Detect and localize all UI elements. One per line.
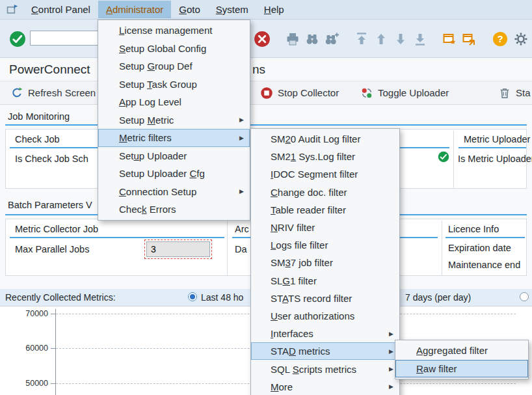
menu-item-label: Help — [264, 4, 284, 15]
menubar-item-control-panel[interactable]: Control Panel — [23, 1, 98, 18]
menu-item-user-authorizations[interactable]: User authorizations — [251, 307, 399, 325]
column-header-underline — [10, 237, 224, 238]
menubar-item-administrator[interactable]: Administrator — [98, 1, 171, 18]
submenu-arrow-icon: ▶ — [239, 188, 244, 195]
help-icon[interactable]: ? — [492, 31, 509, 48]
refresh-icon — [10, 87, 23, 100]
administrator-menu: License managementSetup Global ConfigSet… — [98, 20, 250, 221]
menu-item-sm20-audit-log-filter[interactable]: SM20 Audit Log filter — [251, 130, 399, 148]
control-panel-menu-icon[interactable] — [5, 3, 20, 17]
y-axis-tick — [51, 348, 55, 349]
menu-item-connection-setup[interactable]: Connection Setup▶ — [98, 183, 250, 201]
menu-bar-items: Control PanelAdministratorGotoSystemHelp — [23, 1, 292, 18]
menu-item-aggregated-filter[interactable]: Aggregated filter — [395, 342, 528, 360]
menu-item-label: STATS record filter — [271, 293, 352, 304]
max-parallel-jobs-label: Max Parallel Jobs — [15, 244, 89, 254]
stop-collector-button[interactable]: Stop Collector — [260, 81, 339, 104]
submenu-arrow-icon: ▶ — [239, 135, 244, 141]
third-option-radio[interactable] — [520, 292, 529, 301]
find-next-icon[interactable] — [323, 31, 340, 48]
chart-y-axis — [55, 309, 56, 395]
menu-item-sm37-job-filter[interactable]: SM37 job filter — [251, 254, 399, 271]
archive-column-header: Arc — [235, 224, 249, 234]
last-48-hours-label[interactable]: Last 48 ho — [201, 292, 243, 303]
metric-collector-job-header: Metric Collector Job — [15, 224, 98, 234]
max-parallel-jobs-input[interactable] — [146, 241, 210, 257]
menu-item-metric-filters[interactable]: Metric filters▶ — [98, 129, 250, 147]
menu-bar: Control PanelAdministratorGotoSystemHelp — [0, 0, 532, 20]
menu-item-setup-group-def[interactable]: Setup Group Def — [98, 57, 250, 75]
delete-button[interactable]: Sta — [498, 81, 531, 104]
seven-days-label[interactable]: 7 days (per day) — [405, 292, 471, 303]
menu-item-label: System — [216, 4, 248, 15]
menu-item-label: User authorizations — [271, 310, 354, 321]
menu-item-license-management[interactable]: License management — [98, 21, 250, 40]
menu-item-label: Check Errors — [119, 204, 176, 215]
trash-icon — [498, 87, 511, 100]
job-monitoring-section-title: Job Monitoring — [8, 111, 70, 122]
enter-icon[interactable] — [9, 31, 26, 48]
is-check-job-scheduled-row[interactable]: Is Check Job Sch — [15, 154, 88, 164]
menu-item-logs-file-filter[interactable]: Logs file filter — [251, 236, 399, 254]
section-underline — [5, 124, 527, 126]
menu-item-more[interactable]: More▶ — [251, 378, 399, 395]
menubar-item-goto[interactable]: Goto — [171, 1, 208, 18]
menu-item-nriv-filter[interactable]: NRIV filter — [251, 219, 399, 236]
cancel-icon[interactable] — [254, 31, 271, 48]
menu-item-label: SM37 job filter — [271, 257, 333, 268]
menu-item-label: STAD metrics — [271, 346, 330, 357]
menu-item-setup-global-config[interactable]: Setup Global Config — [98, 40, 250, 58]
menu-item-raw-filter[interactable]: Raw filter — [395, 360, 528, 378]
page-title-fragment: ns — [252, 62, 265, 77]
print-icon[interactable] — [284, 31, 301, 48]
stop-collector-label: Stop Collector — [278, 87, 339, 98]
toggle-uploader-button[interactable]: Toggle Uploader — [360, 81, 449, 104]
create-shortcut-icon[interactable] — [460, 31, 477, 48]
y-axis-tick-label: 50000 — [18, 379, 48, 388]
menu-item-stats-record-filter[interactable]: STATS record filter — [251, 290, 399, 307]
last-page-icon[interactable] — [412, 31, 429, 48]
menu-item-app-log-level[interactable]: App Log Level — [98, 93, 250, 111]
menu-item-setup-metric[interactable]: Setup Metric▶ — [98, 111, 250, 129]
column-header-underline — [446, 237, 525, 238]
menu-item-sql-scripts-metrics[interactable]: SQL Scripts metrics▶ — [251, 360, 399, 377]
menu-item-setup-task-group[interactable]: Setup Task Group — [98, 75, 250, 94]
menu-item-label: SLG1 filter — [271, 275, 317, 286]
menu-item-setup-uploader[interactable]: Setup Uploader — [98, 147, 250, 165]
archive-column-row: Da — [235, 244, 247, 254]
find-icon[interactable] — [304, 31, 321, 48]
menu-item-idoc-segment-filter[interactable]: IDOC Segment filter — [251, 165, 399, 183]
submenu-arrow-icon: ▶ — [239, 116, 244, 123]
menu-item-label: SM20 Audit Log filter — [271, 133, 360, 144]
first-page-icon[interactable] — [353, 31, 370, 48]
menubar-item-system[interactable]: System — [208, 1, 256, 18]
menu-item-table-reader-filter[interactable]: Table reader filter — [251, 201, 399, 219]
menu-item-interfaces[interactable]: Interfaces▶ — [251, 325, 399, 342]
page-down-icon[interactable] — [392, 31, 409, 48]
column-divider — [442, 221, 442, 275]
sap-window: Control PanelAdministratorGotoSystemHelp… — [0, 0, 532, 395]
menu-item-change-doc-filter[interactable]: Change doc. filter — [251, 184, 399, 201]
menu-item-sm21-sys-log-filter[interactable]: SM21 Sys.Log filter — [251, 148, 399, 165]
menu-item-slg1-filter[interactable]: SLG1 filter — [251, 272, 399, 290]
menu-item-check-errors[interactable]: Check Errors — [98, 200, 250, 219]
new-session-icon[interactable] — [441, 31, 458, 48]
menu-item-label: Aggregated filter — [416, 345, 488, 356]
page-up-icon[interactable] — [373, 31, 390, 48]
title-row: PowerConnect ns — [0, 58, 532, 81]
menu-item-stad-metrics[interactable]: STAD metrics▶ — [251, 342, 399, 360]
menu-item-setup-uploader-cfg[interactable]: Setup Uploader Cfg — [98, 165, 250, 183]
last-48-hours-radio[interactable] — [188, 292, 197, 301]
submenu-arrow-icon: ▶ — [389, 331, 393, 337]
column-divider — [227, 221, 228, 275]
submenu-arrow-icon: ▶ — [389, 366, 393, 372]
menu-item-label: SQL Scripts metrics — [271, 364, 356, 375]
customize-icon[interactable] — [512, 31, 529, 48]
menubar-item-help[interactable]: Help — [256, 1, 292, 18]
metric-uploader-column-header: Metric Uploader — [464, 134, 530, 144]
stop-collector-icon — [260, 87, 273, 100]
refresh-screen-button[interactable]: Refresh Screen — [10, 81, 96, 104]
maintenance-end-row: Maintenance end — [448, 260, 520, 270]
menu-item-label: App Log Level — [119, 96, 181, 107]
is-metric-uploader-row[interactable]: Is Metric Uploader — [458, 154, 532, 164]
